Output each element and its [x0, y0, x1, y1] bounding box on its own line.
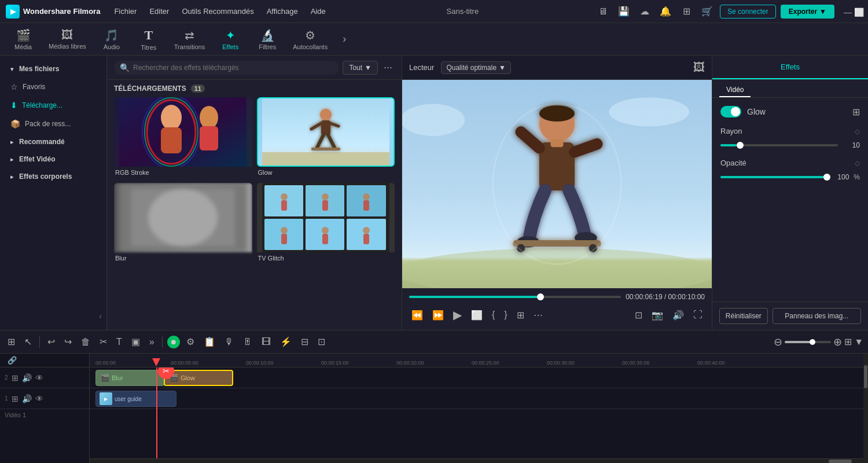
tl-vscroll-thumb[interactable]	[864, 365, 867, 388]
grid-icon[interactable]: ⊞	[678, 3, 694, 20]
add-track-icon[interactable]: ⊞	[5, 335, 18, 349]
cart-icon[interactable]: 🛒	[699, 3, 715, 20]
sidebar-effet-video[interactable]: ▸ Effet Vidéo	[3, 151, 103, 167]
progress-thumb[interactable]	[537, 293, 544, 300]
menu-outils[interactable]: Outils Recommandés	[177, 5, 258, 18]
zoom-slider-track[interactable]	[785, 341, 831, 343]
glow-toggle[interactable]	[720, 106, 741, 117]
toolbar-titres[interactable]: T Titres	[131, 25, 166, 53]
split-icon[interactable]: ⊟	[298, 335, 311, 349]
add-track-1-icon[interactable]: ⊞	[12, 394, 19, 403]
opacite-thumb[interactable]	[823, 174, 830, 181]
visibility-2-icon[interactable]: 👁	[35, 373, 43, 383]
effects-more-button[interactable]: ···	[381, 60, 395, 75]
menu-editer[interactable]: Editer	[145, 5, 174, 18]
opacite-slider[interactable]	[720, 176, 827, 178]
mark-out-button[interactable]: }	[502, 308, 509, 321]
connect-button[interactable]: Se connecter	[720, 5, 776, 19]
image-panel-button[interactable]: Panneau des imag...	[773, 308, 861, 324]
collapse-sidebar[interactable]: ‹	[0, 307, 106, 325]
cut-icon[interactable]: ✂	[97, 335, 110, 349]
visibility-1-icon[interactable]: 👁	[35, 394, 43, 403]
zoom-in-button[interactable]: ⊕	[833, 336, 842, 348]
grid-layout-icon[interactable]: ⊞	[844, 336, 852, 347]
menu-fichier[interactable]: Fichier	[109, 5, 141, 18]
toolbar-transitions[interactable]: ⇄ Transitions	[168, 26, 211, 53]
duplicate-button[interactable]: ⊡	[632, 308, 645, 322]
sidebar-effets-corporels[interactable]: ▸ Effets corporels	[3, 168, 103, 185]
zoom-clip-icon[interactable]: ⊡	[315, 335, 328, 349]
ripple-icon[interactable]: ⚙	[183, 335, 197, 349]
progress-track[interactable]	[409, 296, 621, 298]
sidebar-mes-fichiers[interactable]: ▾ Mes fichiers	[3, 61, 103, 77]
volume-button[interactable]: 🔊	[670, 308, 686, 322]
search-input[interactable]	[133, 64, 333, 72]
audio-track-icon[interactable]: 🎚	[240, 335, 255, 349]
redo-icon[interactable]: ↪	[61, 335, 75, 349]
right-tab-effets[interactable]: Effets	[712, 56, 868, 79]
record-button[interactable]: ⏺	[167, 336, 180, 348]
toolbar-medias-libres[interactable]: 🖼 Médias libres	[43, 26, 92, 52]
undo-icon[interactable]: ↩	[45, 335, 58, 349]
delete-icon[interactable]: 🗑	[78, 335, 93, 349]
sidebar-telecharge[interactable]: ⬇ Télécharge...	[3, 97, 103, 114]
reset-button[interactable]: Réinitialiser	[719, 308, 768, 324]
audio-track-2-icon[interactable]: 🔊	[22, 373, 32, 383]
zoom-out-button[interactable]: ⊖	[774, 336, 782, 348]
toolbar-filtres[interactable]: 🔬 Filtres	[250, 26, 285, 53]
collapse-icon[interactable]: ‹	[99, 311, 102, 321]
tl-vscroll[interactable]	[863, 354, 868, 463]
sidebar-pack[interactable]: 📦 Pack de ress...	[3, 115, 103, 133]
select-tool-icon[interactable]: ↖	[21, 335, 35, 349]
toolbar-autocollants[interactable]: ⚙ Autocollants	[287, 26, 333, 53]
screen-icon[interactable]: 🖥	[595, 3, 611, 20]
add-track-2-icon[interactable]: ⊞	[12, 373, 19, 383]
snapshot-icon[interactable]: 🖼	[693, 61, 705, 74]
rayon-thumb[interactable]	[737, 142, 744, 149]
toolbar-effets[interactable]: ✦ Effets	[213, 26, 248, 53]
save-icon[interactable]: 💾	[616, 3, 632, 20]
glow-clip[interactable]: 🎬 Glow	[164, 370, 233, 386]
menu-aide[interactable]: Aide	[306, 5, 330, 18]
timeline-scrollbar[interactable]	[90, 458, 863, 463]
sidebar-favoris[interactable]: ☆ Favoris	[3, 78, 103, 95]
mark-in-button[interactable]: {	[490, 308, 497, 321]
bell-icon[interactable]: 🔔	[657, 3, 674, 20]
sidebar-recommande[interactable]: ▸ Recommandé	[3, 134, 103, 150]
right-sub-tab-video[interactable]: Vidéo	[719, 83, 751, 97]
play-button[interactable]: ▶	[451, 307, 464, 323]
blur-clip[interactable]: 🎬 Blur	[95, 370, 165, 386]
effect-card-tv-glitch[interactable]: TV Glitch	[257, 183, 395, 264]
crop-icon[interactable]: ▣	[128, 335, 143, 349]
speed-icon[interactable]: ⚡	[277, 335, 295, 349]
audio-track-1-icon[interactable]: 🔊	[22, 394, 32, 403]
effect-card-glow[interactable]: Glow	[257, 97, 395, 178]
camera-button[interactable]: 📷	[649, 308, 665, 322]
export-button[interactable]: Exporter ▼	[781, 5, 834, 19]
video-clip[interactable]: ▶ user guide	[95, 391, 176, 407]
zoom-slider-thumb[interactable]	[810, 339, 815, 345]
menu-affichage[interactable]: Affichage	[262, 5, 303, 18]
quality-button[interactable]: Qualité optimale ▼	[441, 61, 511, 74]
stop-button[interactable]: ⬜	[469, 308, 485, 322]
more-tools-icon[interactable]: »	[146, 335, 157, 349]
rewind-button[interactable]: ⏪	[409, 308, 425, 322]
toolbar-media[interactable]: 🎬 Média	[6, 26, 41, 53]
maximize-button[interactable]: ⬜	[854, 8, 862, 16]
rayon-keyframe[interactable]: ◇	[855, 127, 860, 135]
magnet-icon[interactable]: 🔗	[5, 354, 20, 366]
text-icon[interactable]: T	[113, 335, 125, 349]
clip-icon[interactable]: 📋	[201, 335, 218, 349]
search-box[interactable]: 🔍	[114, 61, 339, 75]
minimize-button[interactable]: —	[844, 8, 852, 16]
effect-card-rgb-stroke[interactable]: RGB Stroke	[114, 97, 252, 178]
mic-icon[interactable]: 🎙	[222, 335, 237, 349]
cloud-icon[interactable]: ☁	[637, 3, 653, 20]
toolbar-audio[interactable]: 🎵 Audio	[94, 26, 129, 53]
fullscreen-button[interactable]: ⛶	[691, 308, 705, 321]
opacite-keyframe[interactable]: ◇	[855, 159, 860, 167]
grid-chevron[interactable]: ▼	[854, 337, 863, 347]
step-forward-button[interactable]: ⏩	[430, 308, 446, 322]
animation-icon[interactable]: 🎞	[259, 335, 274, 349]
split-screen-button[interactable]: ⊞	[514, 308, 527, 322]
